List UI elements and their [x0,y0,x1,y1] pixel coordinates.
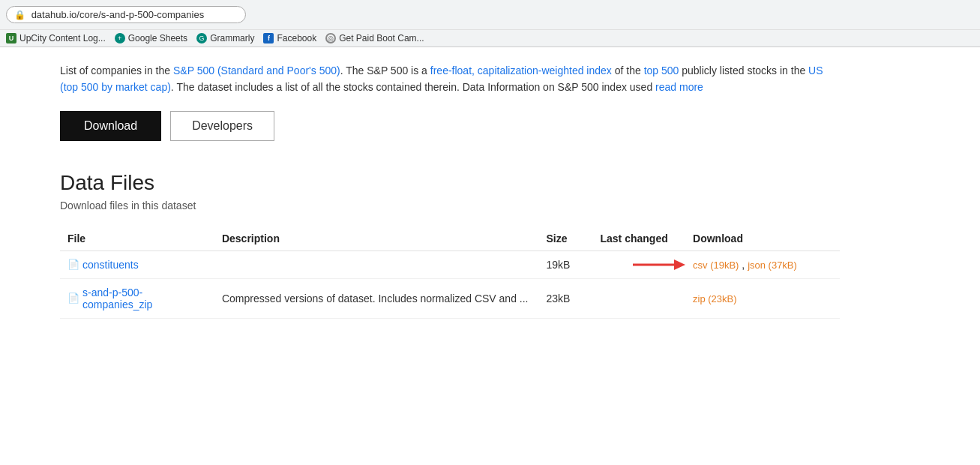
table-body: 📄 constituents 19kB [60,250,840,318]
download-csv-link[interactable]: csv (19kB) [693,260,739,271]
sheets-icon: + [115,33,125,44]
data-files-title: Data Files [60,171,840,195]
file-link-constituents[interactable]: 📄 constituents [67,259,207,271]
download-button[interactable]: Download [60,111,161,141]
cell-size-1: 19kB [538,250,592,278]
bookmark-grammarly[interactable]: G Grammarly [196,33,254,44]
browser-chrome: 🔒 datahub.io/core/s-and-p-500-companies … [0,0,980,47]
bookmark-bootcamp-label: Get Paid Boot Cam... [339,33,424,44]
lock-icon: 🔒 [14,10,25,20]
file-link-zip[interactable]: 📄 s-and-p-500-companies_zip [67,286,207,310]
url-text: datahub.io/core/s-and-p-500-companies [31,9,205,20]
developers-button[interactable]: Developers [170,111,274,141]
bookmark-bootcamp[interactable]: ◎ Get Paid Boot Cam... [325,33,424,44]
sp500-link[interactable]: S&P 500 (Standard and Poor's 500) [173,64,340,76]
download-zip-link[interactable]: zip (23kB) [693,293,737,304]
upcity-icon: U [6,33,16,44]
col-header-changed: Last changed [592,226,685,251]
address-bar-row: 🔒 datahub.io/core/s-and-p-500-companies [0,0,980,29]
red-arrow [633,257,685,272]
bookmark-grammarly-label: Grammarly [210,33,254,44]
bookmark-sheets-label: Google Sheets [128,33,187,44]
file-icon-1: 📄 [67,259,79,270]
size-text-2: 23kB [546,292,570,304]
data-files-subtitle: Download files in this dataset [60,200,840,212]
bookmark-facebook-label: Facebook [277,33,316,44]
cell-desc-2: Compressed versions of dataset. Includes… [214,278,538,318]
cell-file-2: 📄 s-and-p-500-companies_zip [60,278,214,318]
download-separator-1: , [742,259,748,271]
table-header-row: File Description Size Last changed Downl… [60,226,840,251]
file-icon-2: 📄 [67,292,79,304]
address-bar[interactable]: 🔒 datahub.io/core/s-and-p-500-companies [6,6,246,23]
globe-icon: ◎ [325,33,336,44]
cell-download-1: csv (19kB) , json (37kB) [685,250,840,278]
bookmark-sheets[interactable]: + Google Sheets [115,33,187,44]
download-links-1: csv (19kB) , json (37kB) [693,259,797,271]
description-paragraph: List of companies in the S&P 500 (Standa… [60,62,840,96]
top500-link[interactable]: top 500 [644,64,679,76]
desc-text-2: Compressed versions of dataset. Includes… [222,292,529,304]
file-name-2: s-and-p-500-companies_zip [82,286,207,310]
cell-download-2: zip (23kB) [685,278,840,318]
svg-marker-1 [674,260,685,270]
size-text-1: 19kB [546,259,570,271]
download-json-link[interactable]: json (37kB) [748,260,797,271]
facebook-icon: f [263,33,274,44]
table-header: File Description Size Last changed Downl… [60,226,840,251]
grammarly-icon: G [196,33,207,44]
cell-desc-1 [214,250,538,278]
bookmark-upcity-label: UpCity Content Log... [19,33,106,44]
cell-file-1: 📄 constituents [60,250,214,278]
bookmarks-bar: U UpCity Content Log... + Google Sheets … [0,29,980,46]
table-row: 📄 s-and-p-500-companies_zip Compressed v… [60,278,840,318]
button-row: Download Developers [60,111,840,141]
free-float-link[interactable]: free-float, capitalization-weighted inde… [430,64,612,76]
col-header-size: Size [538,226,592,251]
col-header-desc: Description [214,226,538,251]
table-row: 📄 constituents 19kB [60,250,840,278]
arrow-container: csv (19kB) , json (37kB) [693,259,832,271]
bookmark-upcity[interactable]: U UpCity Content Log... [6,33,106,44]
bookmark-facebook[interactable]: f Facebook [263,33,316,44]
page-content: List of companies in the S&P 500 (Standa… [0,47,900,334]
data-files-table: File Description Size Last changed Downl… [60,226,840,319]
col-header-file: File [60,226,214,251]
col-header-download: Download [685,226,840,251]
cell-changed-2 [592,278,685,318]
cell-size-2: 23kB [538,278,592,318]
read-more-link[interactable]: read more [655,81,703,93]
file-name-1: constituents [82,259,139,271]
download-links-2: zip (23kB) [693,292,832,304]
